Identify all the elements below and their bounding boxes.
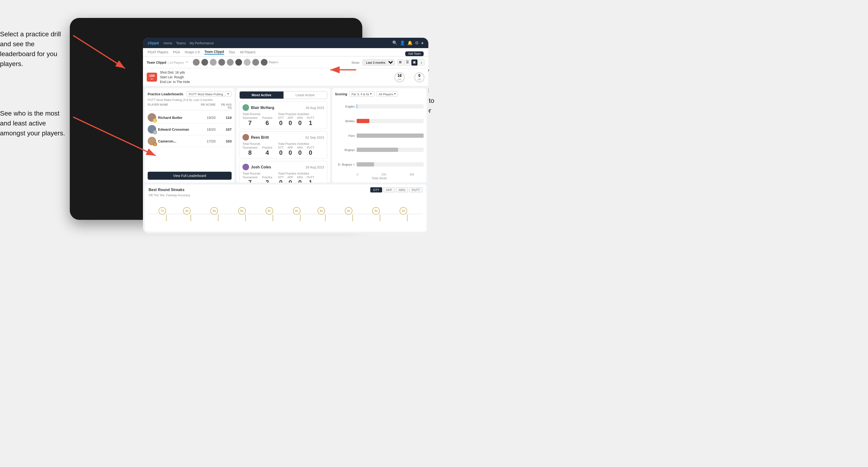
scoring-panel: Scoring Par 3, 4 & 5s ▾ All Players ▾ xyxy=(332,88,427,183)
arg-1: ARG 0 xyxy=(297,117,303,127)
activity-card-3: Josh Coles 26 Aug 2023 Total Rounds xyxy=(239,161,328,183)
streaks-subtitle: Off The Tee, Fairway Accuracy xyxy=(149,193,423,197)
subnav-team-clippd[interactable]: Team Clippd xyxy=(205,50,224,55)
least-active-tab[interactable]: Least Active xyxy=(283,92,327,99)
show-select[interactable]: Last 3 months xyxy=(362,59,395,65)
search-icon[interactable]: 🔍 xyxy=(392,40,398,45)
avatar-3[interactable] xyxy=(209,59,217,66)
filter-app[interactable]: APP xyxy=(383,187,395,192)
lb-avg-2: 107 xyxy=(217,127,231,132)
add-team-button[interactable]: Add Team xyxy=(405,48,424,56)
streaks-chart: 7x 6x 6x 5x xyxy=(149,198,423,227)
annotation-bottom-left: See who is the most and least active amo… xyxy=(0,108,70,138)
avatar-4[interactable] xyxy=(218,59,225,66)
annotation-top-left: Select a practice drill and see the lead… xyxy=(0,29,70,69)
nav-home[interactable]: Home xyxy=(163,41,172,44)
panels-row: Practice Leaderboards PUTT Must Make Put… xyxy=(143,88,428,184)
navbar: clippd Home Teams My Performance 🔍 👤 🔔 ⚙… xyxy=(143,38,428,48)
sort-view-btn[interactable]: ↕ xyxy=(418,59,425,65)
activity-date-1: 26 Aug 2023 xyxy=(305,106,324,110)
streak-dot-1: 7x xyxy=(162,207,170,221)
lb-score-3: 17/20 xyxy=(200,139,216,144)
card-view-btn[interactable]: ▣ xyxy=(411,59,417,65)
streaks-title: Best Round Streaks xyxy=(149,188,184,192)
scoring-player-filter[interactable]: All Players ▾ xyxy=(376,91,398,97)
subnav-hcaps[interactable]: Hcaps 1-5 xyxy=(185,51,200,54)
bar-bogeys: Bogeys 311 xyxy=(335,148,424,152)
lb-name-2: Edward Crossman xyxy=(158,127,198,132)
badge-silver-2: 2 xyxy=(153,130,157,135)
shot-info: Shot Dist: 16 yds Start Lie: Rough End L… xyxy=(160,70,190,84)
total-rounds-group-2: Total Rounds Tournament 8 Practice xyxy=(243,142,272,156)
people-icon[interactable]: 👤 xyxy=(400,40,405,45)
activity-card-1: Blair McHarg 26 Aug 2023 Total Rounds xyxy=(239,102,328,129)
avatar-8[interactable] xyxy=(252,59,259,66)
avatar-1[interactable] xyxy=(192,59,200,66)
lb-name-1: Richard Butler xyxy=(158,116,198,120)
avatar-6[interactable] xyxy=(235,59,242,66)
practice-values-2: OTT 0 APP 0 xyxy=(278,147,314,156)
activity-avatar-3 xyxy=(243,164,249,170)
bell-icon[interactable]: 🔔 xyxy=(407,40,412,45)
activity-panel: Most Active Least Active Blair McHarg xyxy=(236,88,330,183)
bar-dbogeys: D. Bogeys + 131 xyxy=(335,162,424,166)
nav-links: Home Teams My Performance xyxy=(163,41,392,44)
leaderboard-title: Practice Leaderboards xyxy=(148,92,183,96)
app-3: APP 0 xyxy=(287,176,293,183)
streak-dot-8: 4x xyxy=(349,207,356,221)
scoring-par-filter[interactable]: Par 3, 4 & 5s ▾ xyxy=(349,91,374,97)
streak-dot-10: 3x xyxy=(404,207,411,221)
team-name: Team Clippd xyxy=(147,61,166,64)
distance-connector: → xyxy=(407,74,412,80)
avatar-9[interactable] xyxy=(260,59,268,66)
view-full-leaderboard-btn[interactable]: View Full Leaderboard xyxy=(148,172,231,180)
nav-icons: 🔍 👤 🔔 ⚙ ● xyxy=(392,40,424,45)
putt-2: PUTT 0 xyxy=(307,147,314,156)
nav-performance[interactable]: My Performance xyxy=(190,41,214,44)
shot-badge: 198 sc xyxy=(147,73,157,82)
subnav-tour[interactable]: Tour xyxy=(229,51,235,54)
leaderboard-header: Practice Leaderboards PUTT Must Make Put… xyxy=(148,91,231,97)
filter-arg[interactable]: ARG xyxy=(396,187,408,192)
list-view-btn[interactable]: ☰ xyxy=(404,59,410,65)
streaks-filters: OTT APP ARG PUTT xyxy=(370,187,423,192)
practice-rounds-3: Practice 2 xyxy=(262,176,272,183)
arg-3: ARG 0 xyxy=(297,176,303,183)
grid-view-btn[interactable]: ⊞ xyxy=(397,59,403,65)
bar-pars: Pars 499 xyxy=(335,133,424,137)
nav-logo: clippd xyxy=(148,41,159,45)
putt-3: PUTT 1 xyxy=(307,176,314,183)
practice-rounds-2: Practice 4 xyxy=(262,147,272,156)
nav-teams[interactable]: Teams xyxy=(176,41,186,44)
tablet-screen: clippd Home Teams My Performance 🔍 👤 🔔 ⚙… xyxy=(143,38,428,234)
settings-icon[interactable]: ⚙ xyxy=(415,40,418,45)
edit-icon[interactable]: ✏ xyxy=(186,60,188,64)
avatar-5[interactable] xyxy=(226,59,234,66)
avatar-2[interactable] xyxy=(201,59,208,66)
show-label: Show: xyxy=(351,61,360,64)
filter-putt[interactable]: PUTT xyxy=(409,187,423,192)
badge-gold-1: 1 xyxy=(153,119,157,123)
subnav: PGAT Players PGA Hcaps 1-5 Team Clippd T… xyxy=(143,48,428,57)
lb-avg-1: 110 xyxy=(217,116,231,120)
avatar-7[interactable] xyxy=(243,59,251,66)
distance-start: 16 yds xyxy=(394,72,405,82)
total-practice-group-2: Total Practice Activities OTT 0 APP xyxy=(278,142,314,156)
chevron-down-icon-3: ▾ xyxy=(394,92,396,96)
streak-dot-5: 5x xyxy=(269,207,277,221)
arg-2: ARG 0 xyxy=(297,147,303,156)
subnav-pga[interactable]: PGA xyxy=(173,51,180,54)
tournament-rounds-1: Tournament 7 xyxy=(243,117,257,127)
subnav-all-players[interactable]: All Players xyxy=(240,51,255,54)
user-avatar[interactable]: ● xyxy=(421,40,424,45)
player-avatars: Players xyxy=(192,59,278,66)
most-active-tab[interactable]: Most Active xyxy=(240,92,283,99)
total-rounds-group-3: Total Rounds Tournament 7 Practice xyxy=(243,172,272,183)
streaks-section: Best Round Streaks OTT APP ARG PUTT Off … xyxy=(145,184,427,231)
subnav-pgat[interactable]: PGAT Players xyxy=(148,51,168,54)
tablet-device: clippd Home Teams My Performance 🔍 👤 🔔 ⚙… xyxy=(70,18,362,220)
filter-ott[interactable]: OTT xyxy=(370,187,382,192)
putt-1: PUTT 1 xyxy=(307,117,314,127)
team-count: | 14 Players xyxy=(168,61,184,64)
leaderboard-dropdown[interactable]: PUTT Must Make Putting ... ▾ xyxy=(187,91,231,97)
